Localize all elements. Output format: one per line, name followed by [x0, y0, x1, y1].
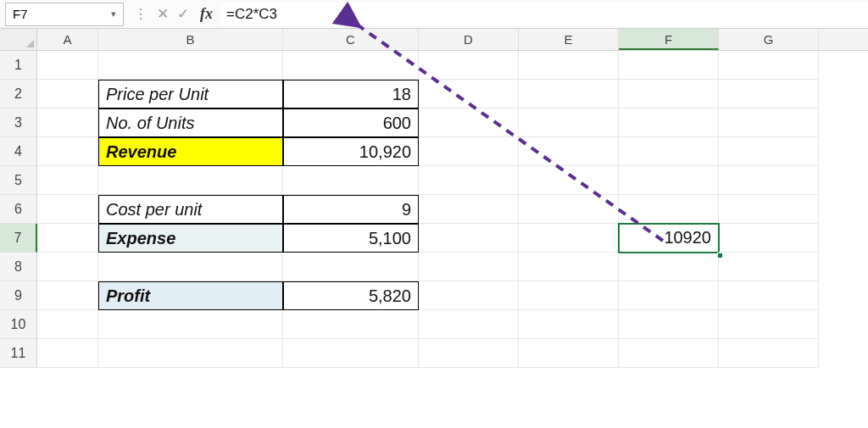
cell-f7-active[interactable]: 10920 — [619, 224, 719, 253]
row-header-7[interactable]: 7 — [0, 224, 37, 253]
cell-a10[interactable] — [37, 310, 98, 339]
cell-f8[interactable] — [619, 253, 719, 281]
col-header-b[interactable]: B — [98, 29, 283, 50]
cell-b6[interactable]: Cost per unit — [98, 195, 283, 224]
cell-d8[interactable] — [419, 253, 519, 281]
cell-f5[interactable] — [619, 166, 719, 195]
cell-b9[interactable]: Profit — [98, 281, 283, 310]
col-header-a[interactable]: A — [37, 29, 98, 50]
cell-g1[interactable] — [719, 51, 819, 80]
cell-c11[interactable] — [283, 339, 419, 368]
cell-a3[interactable] — [37, 108, 98, 137]
cell-c8[interactable] — [283, 253, 419, 281]
cell-a11[interactable] — [37, 339, 98, 368]
cell-c1[interactable] — [283, 51, 419, 80]
cell-b5[interactable] — [98, 166, 283, 195]
cell-a8[interactable] — [37, 253, 98, 281]
accept-formula-icon[interactable]: ✓ — [173, 5, 193, 23]
cell-d9[interactable] — [419, 281, 519, 310]
cell-f2[interactable] — [619, 80, 719, 108]
cell-e10[interactable] — [519, 310, 619, 339]
cell-c10[interactable] — [283, 310, 419, 339]
col-header-c[interactable]: C — [283, 29, 419, 50]
cell-c7[interactable]: 5,100 — [283, 224, 419, 253]
cell-d3[interactable] — [419, 108, 519, 137]
name-box[interactable]: F7 ▾ — [5, 3, 124, 26]
fx-icon[interactable]: fx — [193, 5, 220, 23]
cell-f3[interactable] — [619, 108, 719, 137]
cell-e1[interactable] — [519, 51, 619, 80]
row-header-6[interactable]: 6 — [0, 195, 37, 224]
cell-e11[interactable] — [519, 339, 619, 368]
cell-b7[interactable]: Expense — [98, 224, 283, 253]
row-header-9[interactable]: 9 — [0, 281, 37, 310]
cell-e2[interactable] — [519, 80, 619, 108]
row-header-2[interactable]: 2 — [0, 80, 37, 108]
cell-e8[interactable] — [519, 253, 619, 281]
cell-d6[interactable] — [419, 195, 519, 224]
cell-c5[interactable] — [283, 166, 419, 195]
cell-d11[interactable] — [419, 339, 519, 368]
select-all-corner[interactable] — [0, 29, 37, 50]
cell-g2[interactable] — [719, 80, 819, 108]
chevron-down-icon[interactable]: ▾ — [106, 8, 116, 19]
cell-b2[interactable]: Price per Unit — [98, 80, 283, 108]
cell-g7[interactable] — [719, 224, 819, 253]
cell-a7[interactable] — [37, 224, 98, 253]
cell-d7[interactable] — [419, 224, 519, 253]
row-header-3[interactable]: 3 — [0, 108, 37, 137]
cell-e4[interactable] — [519, 137, 619, 166]
cell-b1[interactable] — [98, 51, 283, 80]
cell-f1[interactable] — [619, 51, 719, 80]
cell-e7[interactable] — [519, 224, 619, 253]
cell-a1[interactable] — [37, 51, 98, 80]
cell-f6[interactable] — [619, 195, 719, 224]
formula-input[interactable] — [220, 3, 868, 26]
row-header-5[interactable]: 5 — [0, 166, 37, 195]
cell-g9[interactable] — [719, 281, 819, 310]
cell-d5[interactable] — [419, 166, 519, 195]
row-header-4[interactable]: 4 — [0, 137, 37, 166]
cell-g5[interactable] — [719, 166, 819, 195]
col-header-d[interactable]: D — [419, 29, 519, 50]
row-header-11[interactable]: 11 — [0, 339, 37, 368]
cell-b11[interactable] — [98, 339, 283, 368]
cell-a2[interactable] — [37, 80, 98, 108]
cell-e6[interactable] — [519, 195, 619, 224]
cell-f9[interactable] — [619, 281, 719, 310]
cell-b3[interactable]: No. of Units — [98, 108, 283, 137]
cell-e3[interactable] — [519, 108, 619, 137]
row-header-1[interactable]: 1 — [0, 51, 37, 80]
cell-g11[interactable] — [719, 339, 819, 368]
cell-b10[interactable] — [98, 310, 283, 339]
cell-g8[interactable] — [719, 253, 819, 281]
cell-c2[interactable]: 18 — [283, 80, 419, 108]
cell-d1[interactable] — [419, 51, 519, 80]
cell-g10[interactable] — [719, 310, 819, 339]
cell-c6[interactable]: 9 — [283, 195, 419, 224]
cell-a5[interactable] — [37, 166, 98, 195]
col-header-f[interactable]: F — [619, 29, 719, 50]
cell-g4[interactable] — [719, 137, 819, 166]
cell-d2[interactable] — [419, 80, 519, 108]
cell-b8[interactable] — [98, 253, 283, 281]
cell-c3[interactable]: 600 — [283, 108, 419, 137]
cell-a6[interactable] — [37, 195, 98, 224]
cell-e9[interactable] — [519, 281, 619, 310]
row-header-10[interactable]: 10 — [0, 310, 37, 339]
cell-c4[interactable]: 10,920 — [283, 137, 419, 166]
fill-handle[interactable] — [717, 253, 723, 258]
cell-f4[interactable] — [619, 137, 719, 166]
cell-d10[interactable] — [419, 310, 519, 339]
row-header-8[interactable]: 8 — [0, 253, 37, 281]
cell-g6[interactable] — [719, 195, 819, 224]
cell-g3[interactable] — [719, 108, 819, 137]
col-header-g[interactable]: G — [719, 29, 819, 50]
cell-d4[interactable] — [419, 137, 519, 166]
cancel-formula-icon[interactable]: ✕ — [153, 5, 173, 23]
cell-b4[interactable]: Revenue — [98, 137, 283, 166]
cell-f11[interactable] — [619, 339, 719, 368]
cell-f10[interactable] — [619, 310, 719, 339]
col-header-e[interactable]: E — [519, 29, 619, 50]
cell-a9[interactable] — [37, 281, 98, 310]
